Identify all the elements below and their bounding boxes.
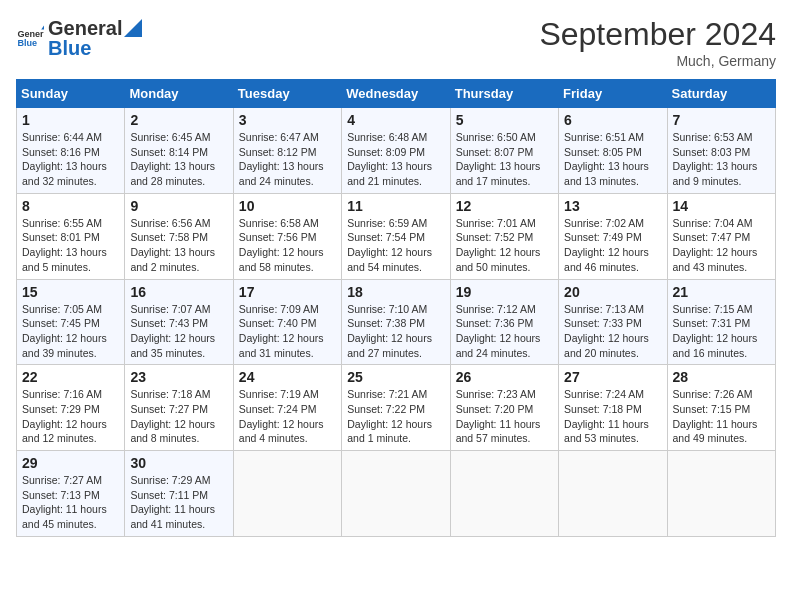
- calendar-cell: 12Sunrise: 7:01 AMSunset: 7:52 PMDayligh…: [450, 193, 558, 279]
- calendar-cell: 17Sunrise: 7:09 AMSunset: 7:40 PMDayligh…: [233, 279, 341, 365]
- calendar-cell: 10Sunrise: 6:58 AMSunset: 7:56 PMDayligh…: [233, 193, 341, 279]
- calendar-cell: 25Sunrise: 7:21 AMSunset: 7:22 PMDayligh…: [342, 365, 450, 451]
- day-number: 7: [673, 112, 770, 128]
- day-number: 30: [130, 455, 227, 471]
- day-number: 16: [130, 284, 227, 300]
- day-info: Sunrise: 6:53 AMSunset: 8:03 PMDaylight:…: [673, 130, 770, 189]
- day-number: 6: [564, 112, 661, 128]
- calendar-cell: 23Sunrise: 7:18 AMSunset: 7:27 PMDayligh…: [125, 365, 233, 451]
- calendar-cell: [559, 451, 667, 537]
- calendar-cell: 29Sunrise: 7:27 AMSunset: 7:13 PMDayligh…: [17, 451, 125, 537]
- day-info: Sunrise: 7:07 AMSunset: 7:43 PMDaylight:…: [130, 302, 227, 361]
- day-number: 15: [22, 284, 119, 300]
- calendar-cell: 15Sunrise: 7:05 AMSunset: 7:45 PMDayligh…: [17, 279, 125, 365]
- day-number: 5: [456, 112, 553, 128]
- day-info: Sunrise: 7:24 AMSunset: 7:18 PMDaylight:…: [564, 387, 661, 446]
- calendar-week-2: 8Sunrise: 6:55 AMSunset: 8:01 PMDaylight…: [17, 193, 776, 279]
- day-info: Sunrise: 7:12 AMSunset: 7:36 PMDaylight:…: [456, 302, 553, 361]
- calendar-cell: 1Sunrise: 6:44 AMSunset: 8:16 PMDaylight…: [17, 108, 125, 194]
- header: General Blue General Blue September 2024…: [16, 16, 776, 69]
- day-info: Sunrise: 7:19 AMSunset: 7:24 PMDaylight:…: [239, 387, 336, 446]
- day-number: 12: [456, 198, 553, 214]
- calendar-cell: 21Sunrise: 7:15 AMSunset: 7:31 PMDayligh…: [667, 279, 775, 365]
- day-number: 1: [22, 112, 119, 128]
- calendar-cell: 28Sunrise: 7:26 AMSunset: 7:15 PMDayligh…: [667, 365, 775, 451]
- day-info: Sunrise: 7:05 AMSunset: 7:45 PMDaylight:…: [22, 302, 119, 361]
- col-header-sunday: Sunday: [17, 80, 125, 108]
- calendar-cell: 26Sunrise: 7:23 AMSunset: 7:20 PMDayligh…: [450, 365, 558, 451]
- calendar-cell: 7Sunrise: 6:53 AMSunset: 8:03 PMDaylight…: [667, 108, 775, 194]
- day-number: 27: [564, 369, 661, 385]
- day-number: 23: [130, 369, 227, 385]
- calendar-cell: 2Sunrise: 6:45 AMSunset: 8:14 PMDaylight…: [125, 108, 233, 194]
- day-number: 8: [22, 198, 119, 214]
- day-info: Sunrise: 7:02 AMSunset: 7:49 PMDaylight:…: [564, 216, 661, 275]
- day-info: Sunrise: 6:47 AMSunset: 8:12 PMDaylight:…: [239, 130, 336, 189]
- calendar-cell: 14Sunrise: 7:04 AMSunset: 7:47 PMDayligh…: [667, 193, 775, 279]
- day-number: 19: [456, 284, 553, 300]
- day-info: Sunrise: 7:13 AMSunset: 7:33 PMDaylight:…: [564, 302, 661, 361]
- day-info: Sunrise: 7:15 AMSunset: 7:31 PMDaylight:…: [673, 302, 770, 361]
- day-number: 10: [239, 198, 336, 214]
- logo-icon: General Blue: [16, 24, 44, 52]
- calendar-cell: 16Sunrise: 7:07 AMSunset: 7:43 PMDayligh…: [125, 279, 233, 365]
- day-info: Sunrise: 6:44 AMSunset: 8:16 PMDaylight:…: [22, 130, 119, 189]
- svg-text:General: General: [17, 29, 44, 39]
- day-info: Sunrise: 7:26 AMSunset: 7:15 PMDaylight:…: [673, 387, 770, 446]
- calendar-table: SundayMondayTuesdayWednesdayThursdayFrid…: [16, 79, 776, 537]
- day-number: 28: [673, 369, 770, 385]
- col-header-tuesday: Tuesday: [233, 80, 341, 108]
- col-header-wednesday: Wednesday: [342, 80, 450, 108]
- day-number: 29: [22, 455, 119, 471]
- calendar-cell: [667, 451, 775, 537]
- day-info: Sunrise: 7:10 AMSunset: 7:38 PMDaylight:…: [347, 302, 444, 361]
- col-header-thursday: Thursday: [450, 80, 558, 108]
- day-info: Sunrise: 7:16 AMSunset: 7:29 PMDaylight:…: [22, 387, 119, 446]
- calendar-cell: [233, 451, 341, 537]
- calendar-cell: 27Sunrise: 7:24 AMSunset: 7:18 PMDayligh…: [559, 365, 667, 451]
- day-number: 22: [22, 369, 119, 385]
- day-number: 3: [239, 112, 336, 128]
- calendar-week-1: 1Sunrise: 6:44 AMSunset: 8:16 PMDaylight…: [17, 108, 776, 194]
- day-info: Sunrise: 7:04 AMSunset: 7:47 PMDaylight:…: [673, 216, 770, 275]
- day-info: Sunrise: 7:29 AMSunset: 7:11 PMDaylight:…: [130, 473, 227, 532]
- day-info: Sunrise: 6:55 AMSunset: 8:01 PMDaylight:…: [22, 216, 119, 275]
- calendar-week-3: 15Sunrise: 7:05 AMSunset: 7:45 PMDayligh…: [17, 279, 776, 365]
- day-number: 9: [130, 198, 227, 214]
- day-info: Sunrise: 6:56 AMSunset: 7:58 PMDaylight:…: [130, 216, 227, 275]
- day-info: Sunrise: 6:58 AMSunset: 7:56 PMDaylight:…: [239, 216, 336, 275]
- day-number: 20: [564, 284, 661, 300]
- day-number: 2: [130, 112, 227, 128]
- calendar-cell: 18Sunrise: 7:10 AMSunset: 7:38 PMDayligh…: [342, 279, 450, 365]
- calendar-week-5: 29Sunrise: 7:27 AMSunset: 7:13 PMDayligh…: [17, 451, 776, 537]
- day-info: Sunrise: 7:18 AMSunset: 7:27 PMDaylight:…: [130, 387, 227, 446]
- col-header-friday: Friday: [559, 80, 667, 108]
- day-number: 17: [239, 284, 336, 300]
- day-info: Sunrise: 6:50 AMSunset: 8:07 PMDaylight:…: [456, 130, 553, 189]
- calendar-cell: [450, 451, 558, 537]
- day-info: Sunrise: 6:59 AMSunset: 7:54 PMDaylight:…: [347, 216, 444, 275]
- col-header-saturday: Saturday: [667, 80, 775, 108]
- calendar-cell: 4Sunrise: 6:48 AMSunset: 8:09 PMDaylight…: [342, 108, 450, 194]
- day-number: 13: [564, 198, 661, 214]
- calendar-cell: 20Sunrise: 7:13 AMSunset: 7:33 PMDayligh…: [559, 279, 667, 365]
- day-info: Sunrise: 7:23 AMSunset: 7:20 PMDaylight:…: [456, 387, 553, 446]
- col-header-monday: Monday: [125, 80, 233, 108]
- calendar-cell: 5Sunrise: 6:50 AMSunset: 8:07 PMDaylight…: [450, 108, 558, 194]
- calendar-cell: 22Sunrise: 7:16 AMSunset: 7:29 PMDayligh…: [17, 365, 125, 451]
- day-info: Sunrise: 7:21 AMSunset: 7:22 PMDaylight:…: [347, 387, 444, 446]
- day-info: Sunrise: 7:09 AMSunset: 7:40 PMDaylight:…: [239, 302, 336, 361]
- calendar-cell: 9Sunrise: 6:56 AMSunset: 7:58 PMDaylight…: [125, 193, 233, 279]
- day-number: 14: [673, 198, 770, 214]
- day-number: 25: [347, 369, 444, 385]
- day-number: 24: [239, 369, 336, 385]
- title-area: September 2024 Much, Germany: [539, 16, 776, 69]
- calendar-cell: 3Sunrise: 6:47 AMSunset: 8:12 PMDaylight…: [233, 108, 341, 194]
- calendar-cell: 19Sunrise: 7:12 AMSunset: 7:36 PMDayligh…: [450, 279, 558, 365]
- calendar-cell: 24Sunrise: 7:19 AMSunset: 7:24 PMDayligh…: [233, 365, 341, 451]
- location: Much, Germany: [539, 53, 776, 69]
- svg-text:Blue: Blue: [17, 38, 37, 48]
- svg-marker-3: [124, 19, 142, 37]
- day-number: 11: [347, 198, 444, 214]
- calendar-cell: 11Sunrise: 6:59 AMSunset: 7:54 PMDayligh…: [342, 193, 450, 279]
